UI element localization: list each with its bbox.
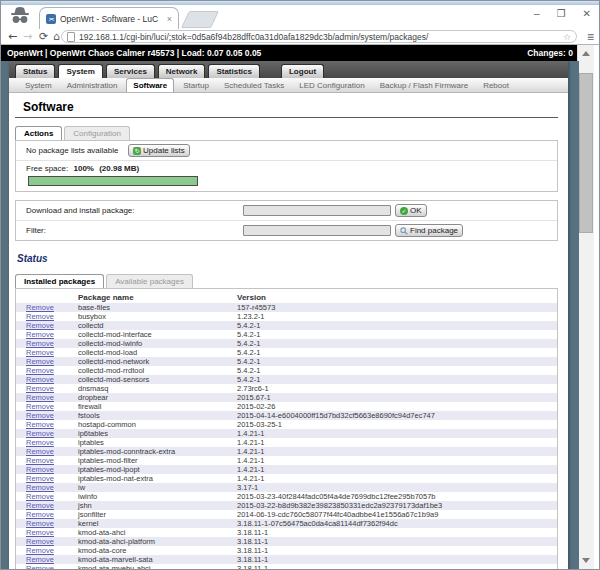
bookmark-star-icon[interactable]: ☆	[563, 32, 571, 42]
package-version: 2.73rc6-1	[237, 384, 269, 393]
find-package-label: Find package	[410, 226, 458, 235]
package-version: 2015-03-22-b8d9b382e39823850331edc2a9237…	[237, 501, 442, 510]
sub-tab[interactable]: Backup / Flash Firmware	[374, 79, 474, 92]
remove-link[interactable]: Remove	[26, 348, 54, 357]
package-name: iwinfo	[78, 492, 97, 501]
package-table: Remove base-files 157-r45573 Remove busy…	[16, 303, 557, 570]
remove-link[interactable]: Remove	[26, 375, 54, 384]
page-background: Status System Services Network Statistic…	[1, 61, 579, 570]
package-name: collectd-mod-load	[78, 348, 137, 357]
scroll-down-icon[interactable]	[582, 558, 590, 563]
main-tab[interactable]: Services	[106, 64, 155, 78]
remove-link[interactable]: Remove	[26, 483, 54, 492]
table-row: Remove collectd-mod-iwinfo 5.4.2-1	[16, 339, 557, 348]
sub-tab[interactable]: Reboot	[477, 79, 515, 92]
sub-tab[interactable]: LED Configuration	[293, 79, 370, 92]
main-tab[interactable]: Status	[15, 64, 55, 78]
section-tab[interactable]: Actions	[15, 126, 62, 140]
changes-indicator[interactable]: Changes: 0	[527, 48, 573, 58]
remove-link[interactable]: Remove	[26, 330, 54, 339]
remove-link[interactable]: Remove	[26, 429, 54, 438]
remove-link[interactable]: Remove	[26, 465, 54, 474]
table-row: Remove jsonfilter 2014-06-19-cdc760c5807…	[16, 510, 557, 519]
tab-close-icon[interactable]: ×	[167, 14, 172, 24]
scrollbar[interactable]	[577, 45, 594, 569]
table-row: Remove collectd-mod-load 5.4.2-1	[16, 348, 557, 357]
package-name: base-files	[78, 303, 110, 312]
remove-link[interactable]: Remove	[26, 339, 54, 348]
remove-link[interactable]: Remove	[26, 366, 54, 375]
filter-row: Filter: Find package	[16, 221, 557, 240]
remove-link[interactable]: Remove	[26, 519, 54, 528]
remove-link[interactable]: Remove	[26, 510, 54, 519]
ok-button[interactable]: ✓ OK	[395, 204, 427, 217]
package-version: 2015-03-25-1	[237, 420, 282, 429]
refresh-icon[interactable]: ⟳	[39, 29, 48, 44]
minimize-button[interactable]: –	[534, 5, 540, 23]
scroll-up-icon[interactable]	[582, 51, 590, 56]
package-version: 3.17-1	[237, 483, 258, 492]
section-tab: Available packages	[106, 274, 193, 288]
remove-link[interactable]: Remove	[26, 564, 54, 570]
table-row: Remove collectd-mod-rrdtool 5.4.2-1	[16, 366, 557, 375]
remove-link[interactable]: Remove	[26, 357, 54, 366]
remove-link[interactable]: Remove	[26, 384, 54, 393]
back-icon[interactable]: ←	[8, 29, 17, 44]
package-version: 3.18.11-1	[237, 537, 268, 546]
package-name: kmod-ata-core	[78, 546, 126, 555]
close-button[interactable]: ✕	[583, 5, 591, 23]
table-row: Remove iptables-mod-conntrack-extra 1.4.…	[16, 447, 557, 456]
free-space-percent: 100%	[73, 164, 93, 173]
table-row: Remove base-files 157-r45573	[16, 303, 557, 312]
remove-link[interactable]: Remove	[26, 456, 54, 465]
remove-link[interactable]: Remove	[26, 438, 54, 447]
remove-link[interactable]: Remove	[26, 528, 54, 537]
main-tab[interactable]: Network	[158, 64, 206, 78]
package-version: 5.4.2-1	[237, 330, 260, 339]
remove-link[interactable]: Remove	[26, 546, 54, 555]
remove-link[interactable]: Remove	[26, 411, 54, 420]
table-row: Remove busybox 1.23.2-1	[16, 312, 557, 321]
page-content: Software Actions Configuration No packag…	[9, 93, 568, 570]
section-tab[interactable]: Installed packages	[15, 274, 104, 288]
actions-tab-bar: Actions Configuration	[15, 126, 560, 140]
sub-tab[interactable]: Startup	[177, 79, 215, 92]
package-name: collectd-mod-rrdtool	[78, 366, 144, 375]
find-package-button[interactable]: Find package	[395, 224, 463, 237]
remove-link[interactable]: Remove	[26, 501, 54, 510]
remove-link[interactable]: Remove	[26, 393, 54, 402]
table-row: Remove kmod-ata-core 3.18.11-1	[16, 546, 557, 555]
maximize-button[interactable]: ❒	[557, 5, 566, 23]
menu-icon[interactable]: ≡	[587, 31, 594, 43]
download-input[interactable]	[243, 205, 391, 216]
main-tab[interactable]: Statistics	[208, 64, 260, 78]
sub-tab[interactable]: System	[19, 79, 58, 92]
remove-link[interactable]: Remove	[26, 492, 54, 501]
address-bar[interactable]: 192.168.1.1/cgi-bin/luci/;stok=0d5a6f94b…	[61, 30, 577, 43]
remove-link[interactable]: Remove	[26, 555, 54, 564]
remove-link[interactable]: Remove	[26, 402, 54, 411]
new-tab-button[interactable]	[181, 11, 219, 28]
scrollbar-thumb[interactable]	[579, 73, 593, 233]
table-row: Remove collectd-mod-sensors 5.4.2-1	[16, 375, 557, 384]
browser-tab[interactable]: >< OpenWrt - Software - LuC ×	[39, 7, 179, 29]
remove-link[interactable]: Remove	[26, 474, 54, 483]
sub-tab[interactable]: Administration	[61, 79, 124, 92]
actions-fieldset: No package lists available ↻ Update list…	[15, 140, 558, 192]
home-icon[interactable]: ⌂	[53, 29, 60, 44]
remove-link[interactable]: Remove	[26, 420, 54, 429]
remove-link[interactable]: Remove	[26, 321, 54, 330]
table-row: Remove fstools 2015-04-14-e6004000ff15d7…	[16, 411, 557, 420]
main-tab[interactable]: Logout	[281, 64, 324, 78]
remove-link[interactable]: Remove	[26, 537, 54, 546]
remove-link[interactable]: Remove	[26, 447, 54, 456]
main-tab[interactable]: System	[58, 64, 102, 78]
update-lists-button[interactable]: ↻ Update lists	[128, 144, 190, 157]
package-version: 2015-03-23-40f2844fadc05f4a4de7699dbc12f…	[237, 492, 436, 501]
remove-link[interactable]: Remove	[26, 312, 54, 321]
sub-tab[interactable]: Scheduled Tasks	[218, 79, 290, 92]
section-tab: Configuration	[64, 126, 130, 140]
sub-tab[interactable]: Software	[126, 78, 174, 92]
filter-input[interactable]	[243, 225, 391, 236]
remove-link[interactable]: Remove	[26, 303, 54, 312]
